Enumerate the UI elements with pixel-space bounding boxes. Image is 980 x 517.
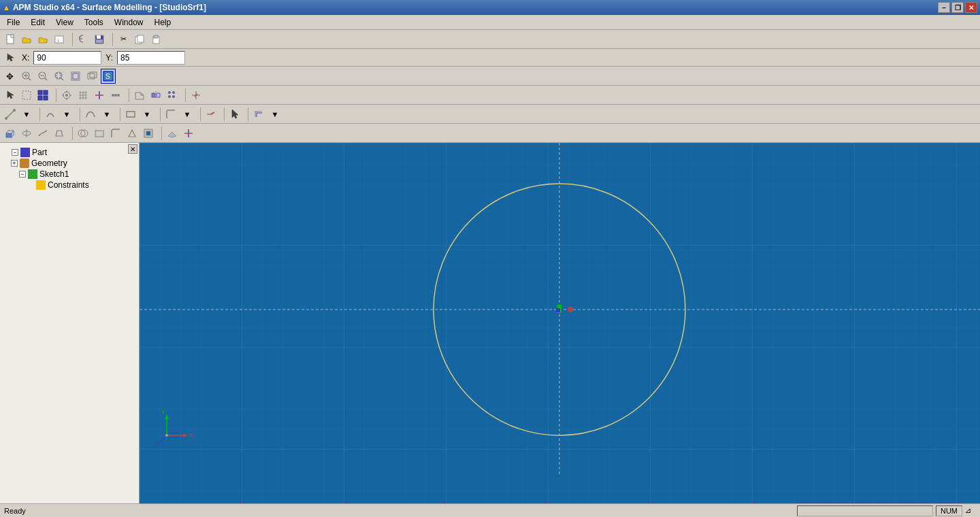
new-button[interactable] [3,32,18,47]
x-label: X: [22,53,29,63]
rect-dd-btn[interactable]: ▼ [140,107,154,122]
pan-button[interactable]: ✥ [3,69,18,84]
rect-btn[interactable] [123,107,138,122]
constraint-btn[interactable] [92,88,107,103]
menu-help[interactable]: Help [149,16,177,29]
copy-button[interactable] [132,32,147,47]
view3d-button[interactable] [84,69,99,84]
main-area: ✕ − Part + Geometry − Sketch1 [0,143,980,517]
copy-entity-btn[interactable] [132,88,147,103]
svg-rect-23 [73,73,78,79]
svg-point-47 [112,94,114,97]
arc-dd-btn[interactable]: ▼ [59,107,74,122]
revolve-btn[interactable] [19,126,34,141]
line-btn[interactable] [3,107,18,122]
viewport-canvas[interactable]: X Y [140,143,980,517]
sketch-view-button[interactable]: S [101,69,116,84]
tree-item-constraints[interactable]: Constraints [24,180,139,190]
curve-dd-btn[interactable]: ▼ [99,107,114,122]
svg-point-51 [168,91,171,94]
grid-button[interactable] [76,88,91,103]
tree-item-sketch1[interactable]: − Sketch1 [16,169,139,180]
tree-item-part[interactable]: − Part [0,147,139,158]
menu-file[interactable]: File [1,16,25,29]
cut-button[interactable]: ✂ [116,32,131,47]
svg-point-49 [117,94,120,97]
snap-button[interactable] [59,88,74,103]
titlebar: ▲ APM Studio x64 - Surface Modelling - [… [0,0,980,15]
close-button[interactable]: ✕ [965,2,977,13]
svg-rect-32 [44,96,48,100]
fillet-dd-btn[interactable]: ▼ [180,107,195,122]
svg-point-91 [165,434,168,437]
paste-button[interactable] [148,32,163,47]
undo-button[interactable] [76,32,91,47]
toolbar-sep-2 [110,33,113,46]
bool-union-btn[interactable] [76,126,91,141]
svg-text:✥: ✥ [6,71,14,82]
menu-edit[interactable]: Edit [25,16,50,29]
arc-btn[interactable] [43,107,58,122]
y-input[interactable] [117,51,185,65]
resize-grip[interactable]: ⊿ [965,506,976,515]
svg-text:↓: ↓ [57,37,60,42]
curve-btn[interactable] [83,107,98,122]
svg-text:+: + [41,39,44,43]
offset-btn[interactable] [251,107,266,122]
cursor-btn[interactable] [227,107,242,122]
pointer-btn[interactable] [3,50,18,65]
zoom-in-button[interactable] [19,69,34,84]
fillet3d-btn[interactable] [108,126,123,141]
extrude-btn[interactable] [3,126,18,141]
geometry-label: Geometry [31,159,67,168]
part-expand[interactable]: − [12,149,18,156]
pattern-btn[interactable] [165,88,180,103]
restore-button[interactable]: ❐ [951,2,964,13]
sidebar-close-button[interactable]: ✕ [128,144,137,154]
x-input[interactable] [33,51,101,65]
tree-item-geometry[interactable]: + Geometry [8,158,139,169]
fillet-btn[interactable] [163,107,178,122]
select-button[interactable] [3,88,18,103]
svg-rect-6 [96,39,103,43]
svg-rect-21 [56,73,61,78]
geometry-expand[interactable]: + [11,160,18,167]
draw-sep3 [117,107,120,121]
import-button[interactable]: ↓ [52,32,67,47]
statusbar-right: NUM ⊿ [797,505,976,516]
svg-point-82 [568,307,573,312]
loft-btn[interactable] [52,126,67,141]
axis-btn[interactable] [181,126,196,141]
more-btn[interactable] [108,88,123,103]
svg-text:X: X [189,432,193,439]
draw-sep2 [77,107,80,121]
minimize-button[interactable]: – [938,2,950,13]
draft-btn[interactable] [125,126,140,141]
offset-dd-btn[interactable]: ▼ [267,107,282,122]
plane-btn[interactable] [165,126,180,141]
mirror-btn[interactable] [148,88,163,103]
app-title: APM Studio x64 - Surface Modelling - [St… [13,3,206,12]
svg-rect-24 [88,73,95,79]
extend-btn[interactable] [203,107,218,122]
sweep-btn[interactable] [35,126,50,141]
menu-window[interactable]: Window [109,16,149,29]
select-box-button[interactable] [19,88,34,103]
open-button[interactable] [19,32,34,47]
trim-btn[interactable] [189,88,203,103]
line-dd-btn[interactable]: ▼ [19,107,34,122]
svg-rect-30 [44,90,48,95]
menu-view[interactable]: View [50,16,79,29]
save-button[interactable] [92,32,107,47]
hollow-btn[interactable] [141,126,156,141]
zoom-fit-button[interactable] [68,69,83,84]
zoom-out-button[interactable] [35,69,50,84]
shell-btn[interactable] [92,126,107,141]
svg-text:S: S [105,73,110,80]
sketch1-expand[interactable]: − [19,171,26,178]
zoom-box-button[interactable] [52,69,67,84]
svg-point-48 [114,94,117,97]
menu-tools[interactable]: Tools [79,16,109,29]
select-all-button[interactable] [35,88,50,103]
open2-button[interactable]: + [35,32,50,47]
